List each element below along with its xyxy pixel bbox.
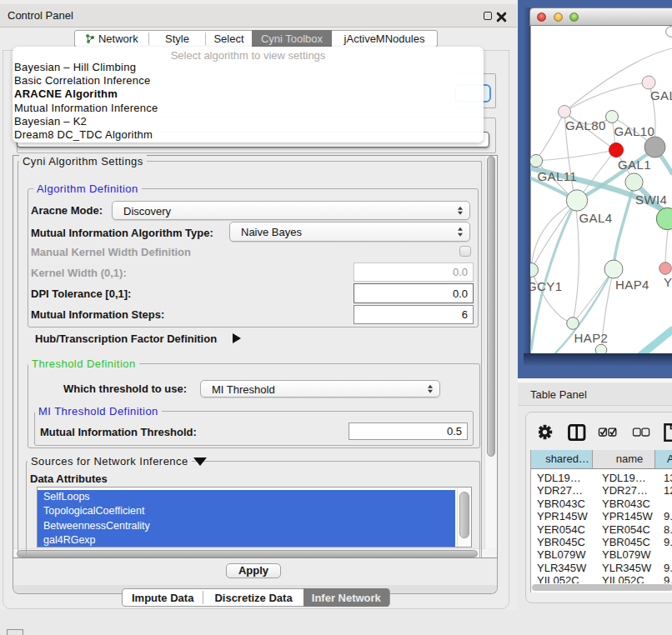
svg-text:GAL10: GAL10 xyxy=(614,124,655,138)
svg-text:SWI4: SWI4 xyxy=(635,192,667,207)
svg-text:GAL4: GAL4 xyxy=(579,211,613,225)
svg-text:GAL1: GAL1 xyxy=(618,158,651,172)
svg-text:HAP2: HAP2 xyxy=(574,331,609,345)
svg-text:HAP4: HAP4 xyxy=(615,278,649,292)
svg-text:Y: Y xyxy=(664,275,672,289)
svg-text:GAL: GAL xyxy=(650,88,672,102)
svg-text:GAL80: GAL80 xyxy=(565,118,606,132)
svg-text:GAL11: GAL11 xyxy=(538,169,578,183)
svg-text:GCY1: GCY1 xyxy=(530,279,562,293)
